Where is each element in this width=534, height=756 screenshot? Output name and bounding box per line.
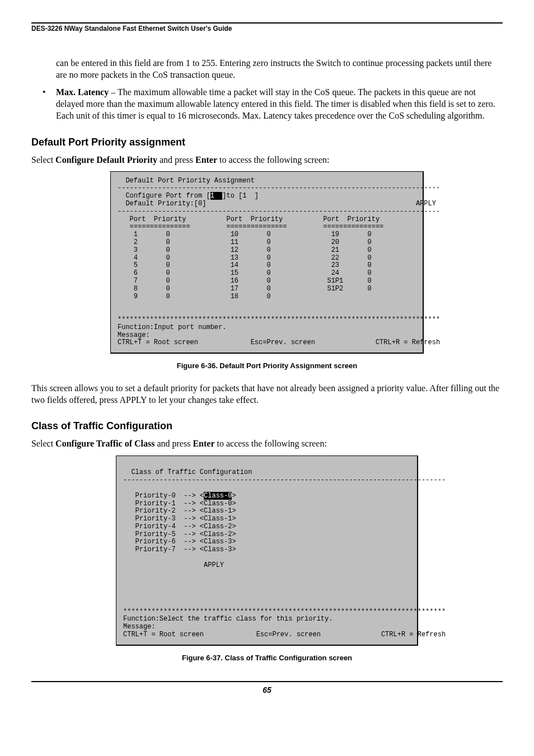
- port-from-input[interactable]: 1: [210, 192, 223, 200]
- bullet-term: Max. Latency: [56, 87, 109, 97]
- lead-2: Select Configure Traffic of Class and pr…: [31, 438, 503, 449]
- lead-1: Select Configure Default Priority and pr…: [31, 154, 503, 166]
- heading-default-port-priority: Default Port Priority assignment: [31, 137, 503, 148]
- caption-6-37: Figure 6-37. Class of Traffic Configurat…: [31, 654, 503, 662]
- page-header: DES-3226 NWay Standalone Fast Ethernet S…: [31, 25, 503, 32]
- intro-continuation: can be entered in this field are from 1 …: [56, 57, 503, 81]
- bullet-max-latency: Max. Latency – The maximum allowable tim…: [40, 86, 503, 121]
- class-select-0[interactable]: Class-0: [204, 492, 232, 500]
- bullet-body: – The maximum allowable time a packet wi…: [56, 87, 495, 120]
- page-number: 65: [31, 685, 503, 694]
- terminal-screen-2: Class of Traffic Configuration ---------…: [116, 456, 418, 646]
- terminal-screen-1: Default Port Priority Assignment -------…: [110, 171, 424, 354]
- heading-class-of-traffic: Class of Traffic Configuration: [31, 420, 503, 432]
- after-1: This screen allows you to set a default …: [31, 382, 503, 406]
- caption-6-36: Figure 6-36. Default Port Priority Assig…: [31, 361, 503, 370]
- intro-text: can be entered in this field are from 1 …: [56, 58, 491, 79]
